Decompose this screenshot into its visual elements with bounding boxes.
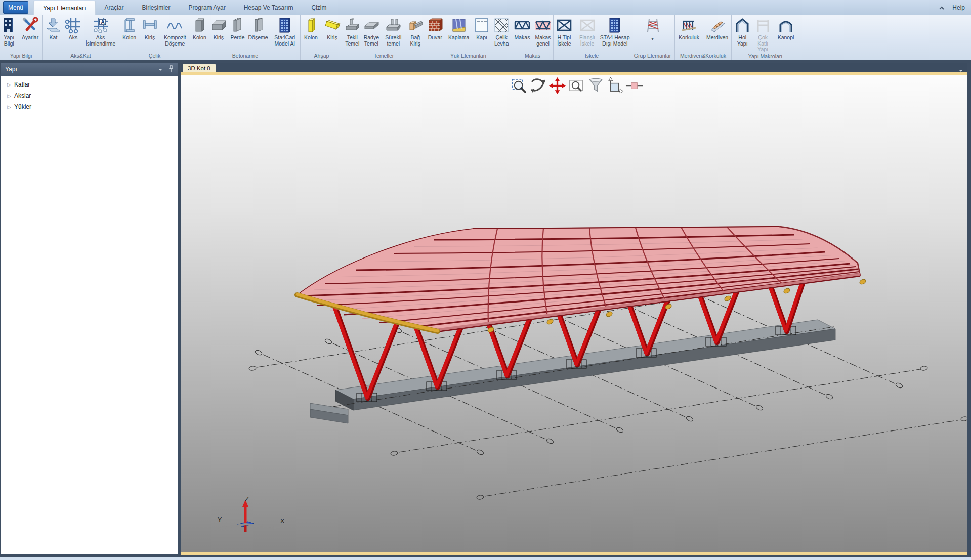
svg-text:A: A [101, 19, 104, 25]
ribbon-button-merdiven[interactable]: Merdiven [703, 17, 731, 41]
ribbon-button-kolon[interactable]: Kolon [119, 17, 139, 41]
ribbon-button-aks-i-simlendirme[interactable]: AAks İsimlendirme [83, 17, 118, 47]
tree-item-katlar[interactable]: ▷Katlar [1, 79, 178, 90]
application-window: Menü Yapı ElemanlarıAraçlarBirleşimlerPr… [0, 0, 971, 560]
ribbon-button-d-eme[interactable]: Döşeme [247, 17, 269, 41]
sidebar-panel: Yapı ▷Katlar▷Akslar▷Yükler [1, 63, 178, 554]
ribbon-button-label: Kaplama [448, 35, 469, 41]
ribbon-button-elik-levha[interactable]: Çelik Levha [491, 17, 512, 47]
ribbon-button-tekil-temel[interactable]: Tekil Temel [343, 17, 362, 47]
ribbon-group-i-skele: H Tipi İskeleFlanşlı İskeleSTA4 Hesap Dı… [554, 15, 630, 60]
ribbon-button-grup-elemanlar[interactable]: ▾ [643, 17, 662, 41]
ribbon-button-kiri[interactable]: Kiriş [322, 17, 343, 41]
zoom-extents-icon[interactable] [510, 77, 528, 95]
ribbon-group-aks-kat: KatAksAAks İsimlendirmeAks&Kat [43, 15, 119, 60]
menu-button[interactable]: Menü [3, 1, 28, 14]
ribbon-button-makas[interactable]: Makas [512, 17, 532, 41]
stair-icon [709, 17, 726, 34]
ribbon-button-h-tipi-i-skele[interactable]: H Tipi İskele [554, 17, 575, 47]
ribbon-button-kanopi[interactable]: Kanopi [774, 17, 798, 41]
rotate-view-icon[interactable] [529, 77, 547, 95]
menu-tab-hesap-ve-tasar-m[interactable]: Hesap Ve Tasarım [235, 0, 303, 15]
axis-naming-icon: A [92, 17, 109, 34]
tree-expand-triangle-icon[interactable]: ▷ [7, 104, 14, 110]
ribbon-button-kolon[interactable]: Kolon [301, 17, 321, 41]
gold-purlin-stub [859, 278, 866, 285]
tree-item-akslar[interactable]: ▷Akslar [1, 90, 178, 101]
ribbon-button-duvar[interactable]: Duvar [425, 17, 445, 41]
ribbon-button-kat[interactable]: Kat [44, 17, 63, 41]
axis-end-bubble [920, 366, 927, 371]
ribbon-button-kiri[interactable]: Kiriş [209, 17, 228, 41]
ribbon-button-perde[interactable]: Perde [228, 17, 247, 41]
truss-icon [514, 17, 531, 34]
tree-expand-triangle-icon[interactable]: ▷ [7, 93, 14, 99]
section-element-icon[interactable] [625, 77, 643, 95]
ribbon-group-title: Betonarme [190, 52, 300, 60]
ribbon-button-kiri[interactable]: Kiriş [140, 17, 159, 41]
ribbon-button-label: STA4 Hesap Dışı Model [600, 35, 630, 47]
3d-canvas[interactable]: Z Y X [181, 75, 967, 552]
ribbon-group-grup-elemanlar: ▾Grup Elemanlar [630, 15, 675, 60]
status-segment-left [0, 557, 254, 560]
multi-storey-icon [754, 17, 772, 34]
menu-tab-program-ayar[interactable]: Program Ayar [180, 0, 235, 15]
zoom-window-icon[interactable] [568, 77, 585, 95]
help-button[interactable]: Help [952, 4, 965, 11]
ribbon-button-radye-temel[interactable]: Radye Temel [362, 17, 381, 47]
ribbon-button-sta4-hesap-d-model[interactable]: STA4 Hesap Dışı Model [600, 17, 630, 47]
tabbar-chevron-down-icon[interactable] [958, 65, 963, 74]
menu-tab-birle-imler[interactable]: Birleşimler [133, 0, 180, 15]
menu-tab-ara-lar[interactable]: Araçlar [96, 0, 133, 15]
cladding-icon [450, 17, 468, 34]
axis-end-bubble [248, 366, 256, 371]
ribbon-button-kompozit-d-eme[interactable]: Kompozit Döşeme [160, 17, 190, 47]
sidebar-chevron-down-icon[interactable] [158, 66, 163, 73]
ribbon-button-label: Bağ Kiriş [406, 35, 425, 47]
gold-purlin-stub [605, 311, 613, 318]
ribbon-button-s-rekli-temel[interactable]: Sürekli temel [381, 17, 405, 47]
pan-view-icon[interactable] [548, 77, 566, 95]
grid-axis-line [485, 420, 960, 496]
ribbon-group-title: Çelik [119, 52, 190, 60]
sidebar-pin-icon[interactable] [168, 65, 174, 74]
ribbon-button-flan-l-i-skele[interactable]: Flanşlı İskele [575, 17, 600, 47]
ribbon-button-label: Hol Yapı [733, 35, 752, 47]
active-view-accent-bottom [181, 552, 967, 555]
ribbon-button-label: Kanopi [778, 35, 794, 41]
menu-tab-yap-elemanlar[interactable]: Yapı Elemanları [33, 1, 96, 15]
ribbon-button-label: Kat [50, 35, 58, 41]
ribbon-button-ba-kiri[interactable]: Bağ Kiriş [406, 17, 425, 47]
tree-item-label: Akslar [14, 92, 31, 99]
ribbon-group-title: Ahşap [301, 52, 343, 60]
ribbon-button-kaplama[interactable]: Kaplama [446, 17, 472, 41]
ribbon-button-makas-genel[interactable]: Makas genel [533, 17, 553, 47]
ribbon-button-yap-bilgi[interactable]: Yapı Bilgi [0, 17, 18, 47]
ribbon-button-aks[interactable]: Aks [64, 17, 83, 41]
ribbon-button-kap[interactable]: Kapı [473, 17, 491, 41]
view-orientation-icon[interactable] [606, 77, 624, 95]
axis-end-bubble [390, 451, 398, 456]
canopy-icon [777, 17, 794, 34]
sidebar-header: Yapı [1, 63, 178, 76]
menu-tab-izim[interactable]: Çizim [303, 0, 336, 15]
filter-icon[interactable] [587, 77, 605, 95]
ribbon-group-yap-bilgi: Yapı BilgiAyarlarYapı Bilgi [0, 15, 43, 60]
ribbon-button-hol-yap[interactable]: Hol Yapı [733, 17, 752, 47]
tree-expand-triangle-icon[interactable]: ▷ [7, 82, 14, 88]
viewport-tab-3d-kot-0[interactable]: 3D Kot 0 [183, 64, 216, 72]
tree-item-y-kler[interactable]: ▷Yükler [1, 101, 178, 112]
ribbon-button-ok-katl-yap[interactable]: Çok Katlı Yapı [752, 17, 773, 53]
concrete-beam-icon [210, 17, 227, 34]
ribbon-button-label: H Tipi İskele [554, 35, 575, 47]
ribbon-button-ayarlar[interactable]: Ayarlar [18, 17, 42, 41]
ribbon-button-kolon[interactable]: Kolon [190, 17, 209, 41]
ribbon-collapse-chevron-up-icon[interactable] [938, 5, 945, 10]
ribbon-button-sta4cad-model-al[interactable]: Sta4Cad Model Al [269, 17, 300, 47]
axis-end-bubble [960, 416, 967, 421]
x-axis-arrow [245, 524, 274, 527]
ribbon-button-label: Aks [69, 35, 78, 41]
ribbon-button-korkuluk[interactable]: Korkuluk [675, 17, 703, 41]
ribbon-button-label: Yapı Bilgi [0, 35, 18, 47]
ribbon-group-title: Temeller [343, 52, 425, 60]
